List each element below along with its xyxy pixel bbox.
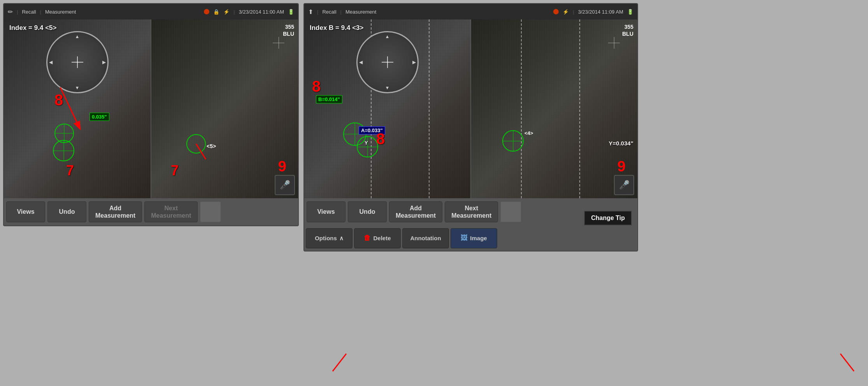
right-recall-label[interactable]: Recall xyxy=(322,9,336,15)
options-label: Options xyxy=(315,235,337,241)
right-index-label: Index B = 9.4 <3> xyxy=(310,24,363,32)
magnifier-crosshair xyxy=(72,56,83,68)
right-measurement-label: Measurement xyxy=(345,9,376,15)
recall-label[interactable]: Recall xyxy=(22,9,36,15)
right-corner-label: 355 BLU xyxy=(622,23,633,37)
right-dashed-line-1 xyxy=(521,19,522,198)
right-image-area: Index B = 9.4 <3> 355 BLU ▲ ▼ ◀ ▶ B=0.01… xyxy=(304,19,637,198)
image-label: Image xyxy=(470,235,487,241)
views-button-left[interactable]: Views xyxy=(6,201,45,222)
svg-line-2 xyxy=(840,354,854,371)
undo-button-right[interactable]: Undo xyxy=(348,201,387,222)
meas-circle-2 xyxy=(53,140,74,161)
right-battery-icon: 🔋 xyxy=(627,9,633,15)
left-corner-label: 355 BLU xyxy=(283,23,294,37)
mag-arrow-left: ◀ xyxy=(49,59,53,65)
status-dot xyxy=(204,9,209,14)
left-top-bar: ✏ | Recall | Measurement 🔒 ⚡ | 3/23/2014… xyxy=(4,4,298,19)
right-number-9: 9 xyxy=(617,158,626,175)
next-measurement-button-left[interactable]: NextMeasurement xyxy=(144,201,198,222)
right-number-8a: 8 xyxy=(312,78,321,95)
left-magnifier: ▲ ▼ ◀ ▶ xyxy=(46,31,109,93)
right-bluetooth-icon: ⚡ xyxy=(563,9,569,15)
image-icon: 🖼 xyxy=(461,234,468,242)
undo-button-left[interactable]: Undo xyxy=(47,201,86,222)
left-number-8: 8 xyxy=(54,91,63,109)
right-magnifier-crosshair xyxy=(382,56,393,68)
right-image-left-half: ▲ ▼ ◀ ▶ B=0.014" A=0.033" Y 8 8 xyxy=(304,19,471,198)
mic-button-left[interactable]: 🎤 xyxy=(275,175,295,195)
right-image-right-half: <4> Y=0.034" 9 🎤 xyxy=(471,19,637,198)
right-extra-toolbar: Options ∧ 🗑 Delete Annotation 🖼 Image 11… xyxy=(304,225,637,251)
change-tip-popup: Change Tip xyxy=(584,211,632,225)
chevron-up-icon: ∧ xyxy=(339,235,344,242)
left-number-7-right: 7 xyxy=(171,162,179,179)
next-measurement-button-right[interactable]: NextMeasurement xyxy=(445,201,498,222)
delete-icon: 🗑 xyxy=(364,234,371,242)
add-measurement-button-right[interactable]: AddMeasurement xyxy=(389,201,442,222)
extra-button-left[interactable] xyxy=(200,201,221,222)
marker-4: <4> xyxy=(524,130,533,136)
annotation-label: Annotation xyxy=(410,235,441,241)
right-panel: ⬆ | Recall | Measurement ⚡ | 3/23/2014 1… xyxy=(303,3,638,252)
right-top-bar: ⬆ | Recall | Measurement ⚡ | 3/23/2014 1… xyxy=(304,4,637,19)
mic-button-right[interactable]: 🎤 xyxy=(614,175,634,195)
left-panel: ✏ | Recall | Measurement 🔒 ⚡ | 3/23/2014… xyxy=(3,3,299,226)
left-number-9: 9 xyxy=(278,158,286,175)
datetime-left: 3/23/2014 11:00 AM xyxy=(239,9,284,15)
delete-label: Delete xyxy=(373,235,391,241)
right-meas-circle-3 xyxy=(502,130,524,152)
image-button[interactable]: 🖼 Image xyxy=(451,228,497,248)
left-index-label: Index = 9.4 <5> xyxy=(9,24,56,32)
edit-icon: ✏ xyxy=(8,8,13,16)
options-button[interactable]: Options ∧ xyxy=(306,228,352,248)
right-meas-circle-2 xyxy=(357,136,378,157)
battery-icon: 🔋 xyxy=(288,9,294,15)
marker-5: <5> xyxy=(207,143,216,149)
y-value-label: Y=0.034" xyxy=(609,140,633,147)
change-tip-label: Change Tip xyxy=(591,215,625,221)
delete-button[interactable]: 🗑 Delete xyxy=(354,228,401,248)
meas-circle-3 xyxy=(186,134,206,154)
measurement-label: Measurement xyxy=(45,9,76,15)
left-measurement-label: 0.035" xyxy=(89,113,109,121)
datetime-right: 3/23/2014 11:09 AM xyxy=(578,9,623,15)
right-dashed-line-2 xyxy=(579,19,580,198)
bluetooth-icon: ⚡ xyxy=(223,9,230,15)
left-bottom-toolbar: Views Undo AddMeasurement NextMeasuremen… xyxy=(4,198,298,225)
left-image-area: Index = 9.4 <5> 355 BLU ▲ ▼ ◀ ▶ xyxy=(4,19,298,198)
lock-icon: 🔒 xyxy=(213,9,219,15)
svg-line-3 xyxy=(333,354,346,371)
right-status-dot xyxy=(553,9,559,14)
right-magnifier: ▲ ▼ ◀ ▶ xyxy=(356,31,419,93)
left-number-7-left: 7 xyxy=(66,162,74,179)
y-label-left: Y xyxy=(365,140,368,146)
left-image-right-half: <5> 7 9 🎤 xyxy=(151,19,298,198)
views-button-right[interactable]: Views xyxy=(307,201,345,222)
dashed-line-2 xyxy=(429,19,430,198)
right-icon: ⬆ xyxy=(308,8,313,16)
extra-button-right[interactable] xyxy=(500,201,521,222)
b-measurement-label: B=0.014" xyxy=(316,95,342,103)
mag-arrow-right: ▶ xyxy=(102,59,106,65)
mag-arrow-bottom: ▼ xyxy=(75,85,80,91)
mag-arrow-top: ▲ xyxy=(75,34,80,39)
add-measurement-button-left[interactable]: AddMeasurement xyxy=(89,201,142,222)
left-image-left-half: ▲ ▼ ◀ ▶ 0.035" 8 xyxy=(4,19,151,198)
annotation-button[interactable]: Annotation xyxy=(402,228,449,248)
right-number-8b: 8 xyxy=(376,130,385,148)
